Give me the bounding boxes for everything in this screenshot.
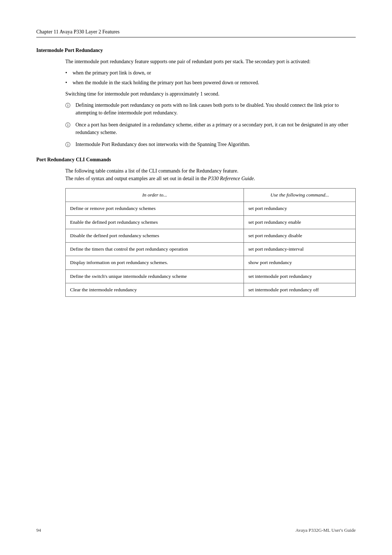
section-intermodule-port-redundancy: Intermodule Port Redundancy The intermod… [36, 48, 356, 148]
table-row: Define or remove port redundancy schemes… [66, 202, 356, 215]
table-cell-command: set port redundancy enable [244, 215, 356, 229]
page-footer: 94 Avaya P332G-ML User's Guide [36, 527, 356, 533]
table-row: Enable the defined port redundancy schem… [66, 215, 356, 229]
section1-title: Intermodule Port Redundancy [36, 48, 356, 53]
table-cell-command: show port redundancy [244, 256, 356, 270]
table-cell-command: set intermodule port redundancy off [244, 283, 356, 296]
cli-commands-table: In order to... Use the following command… [65, 188, 356, 297]
info-icon: ⓘ [65, 102, 70, 109]
table-row: Define the timers that control the port … [66, 243, 356, 256]
bullet-item: when the primary port link is down, or [65, 69, 356, 77]
table-cell-description: Define the timers that control the port … [66, 243, 244, 256]
page-header: Chapter 11 Avaya P330 Layer 2 Features [36, 29, 356, 37]
note-item: ⓘDefining intermodule port redundancy on… [65, 101, 356, 117]
table-cell-description: Clear the intermodule redundancy [66, 283, 244, 296]
cli-table-body: Define or remove port redundancy schemes… [66, 202, 356, 297]
table-header-row: In order to... Use the following command… [66, 189, 356, 202]
table-cell-description: Define or remove port redundancy schemes [66, 202, 244, 215]
section1-bullets: when the primary port link is down, orwh… [65, 69, 356, 86]
section1-notes: ⓘDefining intermodule port redundancy on… [65, 101, 356, 148]
table-row: Display information on port redundancy s… [66, 256, 356, 270]
table-cell-command: set intermodule port redundancy [244, 270, 356, 283]
bullet-item: when the module in the stack holding the… [65, 79, 356, 86]
section1-content: The intermodule port redundancy feature … [65, 58, 356, 148]
page: Chapter 11 Avaya P330 Layer 2 Features I… [0, 0, 392, 555]
table-cell-description: Display information on port redundancy s… [66, 256, 244, 270]
note-item: ⓘOnce a port has been designated in a re… [65, 121, 356, 136]
section2-intro-line2: The rules of syntax and output examples … [65, 176, 255, 181]
footer-guide-title: Avaya P332G-ML User's Guide [295, 527, 356, 533]
table-cell-description: Enable the defined port redundancy schem… [66, 215, 244, 229]
header-left: Chapter 11 Avaya P330 Layer 2 Features [36, 29, 119, 35]
table-cell-description: Define the switch's unique intermodule r… [66, 270, 244, 283]
info-icon: ⓘ [65, 121, 70, 129]
section1-switching-note: Switching time for intermodule port redu… [65, 90, 356, 98]
table-cell-command: set port redundancy [244, 202, 356, 215]
table-row: Disable the defined port redundancy sche… [66, 229, 356, 242]
section1-intro: The intermodule port redundancy feature … [65, 58, 356, 65]
section2-content: The following table contains a list of t… [65, 167, 356, 297]
table-cell-command: set port redundancy-interval [244, 243, 356, 256]
col1-header: In order to... [66, 189, 244, 202]
section2-title: Port Redundancy CLI Commands [36, 157, 356, 163]
info-icon: ⓘ [65, 141, 70, 149]
footer-page-number: 94 [36, 527, 41, 533]
col2-header: Use the following command... [244, 189, 356, 202]
table-cell-command: set port redundancy disable [244, 229, 356, 242]
section2-intro-line1: The following table contains a list of t… [65, 168, 238, 174]
table-row: Clear the intermodule redundancyset inte… [66, 283, 356, 296]
note-item: ⓘIntermodule Port Redundancy does not in… [65, 141, 356, 148]
section-port-redundancy-cli: Port Redundancy CLI Commands The followi… [36, 157, 356, 297]
section2-intro: The following table contains a list of t… [65, 167, 356, 182]
table-cell-description: Disable the defined port redundancy sche… [66, 229, 244, 242]
table-row: Define the switch's unique intermodule r… [66, 270, 356, 283]
